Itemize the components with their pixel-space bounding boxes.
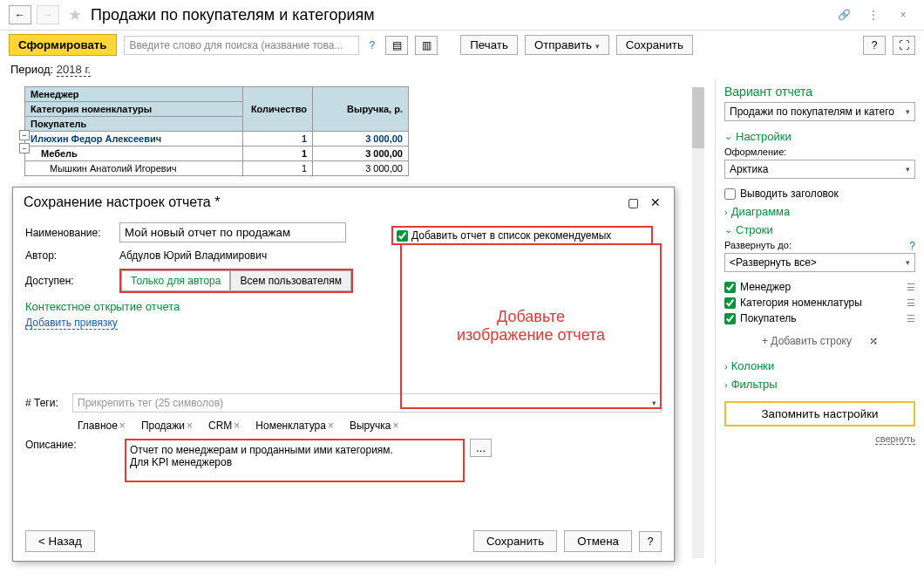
rows-help-icon[interactable]: ? — [909, 240, 915, 253]
shuffle-icon[interactable]: ⤮ — [869, 335, 878, 347]
close-icon[interactable]: × — [894, 6, 912, 24]
tag-remove-icon[interactable]: × — [187, 420, 193, 432]
tag-remove-icon[interactable]: × — [119, 420, 126, 432]
table-row: Мышкин Анатолий Игоревич13 000,00 — [25, 161, 409, 176]
recommend-label: Добавить отчет в список рекомендуемых — [411, 229, 611, 242]
collapse-panel-link[interactable]: свернуть — [875, 433, 915, 445]
report-table: МенеджерКоличествоВыручка, р. Категория … — [24, 86, 409, 176]
table-row: Мебель13 000,00 — [25, 147, 409, 161]
generate-button[interactable]: Сформировать — [9, 34, 117, 56]
row-check-buyer: Покупатель☰ — [724, 312, 915, 324]
recommend-checkbox-row: Добавить отчет в список рекомендуемых — [391, 226, 653, 245]
name-label: Наименование: — [25, 227, 119, 239]
sort-asc-button[interactable]: ▤ — [385, 36, 408, 55]
period-row: Период: 2018 г. — [0, 59, 924, 79]
expand-select[interactable]: <Развернуть все>▾ — [724, 253, 915, 272]
access-label: Доступен: — [25, 275, 119, 287]
name-input[interactable] — [119, 222, 346, 242]
access-toggle-group: Только для автора Всем пользователям — [119, 269, 353, 293]
add-row-link[interactable]: + Добавить строку — [762, 335, 852, 347]
back-button[interactable]: < Назад — [25, 530, 95, 552]
link-icon[interactable]: 🔗 — [835, 6, 853, 24]
rows-section[interactable]: Строки — [724, 223, 915, 236]
row-settings-icon[interactable]: ☰ — [907, 297, 915, 309]
image-placeholder[interactable]: Добавьте изображение отчета — [400, 243, 662, 409]
remember-settings-button[interactable]: Запомнить настройки — [724, 401, 915, 426]
toolbar-help-button[interactable]: ? — [863, 36, 886, 55]
col-qty-header: Количество — [243, 87, 313, 132]
favorite-star-icon[interactable]: ★ — [68, 5, 82, 24]
expand-label: Развернуть до: — [724, 240, 792, 250]
more-icon[interactable]: ⋮ — [865, 6, 882, 24]
col-revenue-header: Выручка, р. — [313, 87, 409, 132]
header-bar: ← → ★ Продажи по покупателям и категория… — [0, 0, 924, 31]
author-label: Автор: — [25, 249, 119, 262]
variant-select[interactable]: Продажи по покупателям и катего▾ — [724, 102, 915, 121]
help-icon[interactable]: ? — [370, 39, 376, 51]
tag-item[interactable]: Номенклатура× — [255, 420, 334, 432]
tag-item[interactable]: Продажи× — [141, 420, 193, 432]
design-select[interactable]: Арктика▾ — [724, 160, 915, 179]
dialog-cancel-button[interactable]: Отмена — [564, 530, 632, 552]
recommend-checkbox[interactable] — [397, 230, 408, 242]
row-settings-icon[interactable]: ☰ — [907, 282, 915, 293]
settings-section[interactable]: Настройки — [724, 130, 915, 143]
nav-forward-button[interactable]: → — [37, 5, 59, 24]
design-label: Оформление: — [724, 147, 915, 157]
tree-toggle-2[interactable]: − — [19, 143, 30, 153]
save-settings-dialog: Сохранение настроек отчета * ▢ ✕ Наимено… — [12, 187, 675, 562]
table-row: Илюхин Федор Алексеевич13 000,00 — [25, 132, 409, 147]
dialog-title: Сохранение настроек отчета * — [24, 194, 618, 210]
right-panel: Вариант отчета Продажи по покупателям и … — [715, 79, 924, 565]
description-textarea[interactable] — [125, 439, 465, 482]
tag-item[interactable]: Главное× — [78, 420, 126, 432]
tag-item[interactable]: CRM× — [208, 420, 240, 432]
col-buyer-header: Покупатель — [25, 117, 243, 132]
tree-toggle-1[interactable]: − — [19, 130, 30, 140]
toolbar: Сформировать Введите слово для поиска (н… — [0, 31, 924, 59]
page-title: Продажи по покупателям и категориям — [91, 6, 826, 24]
dialog-maximize-icon[interactable]: ▢ — [625, 194, 641, 210]
save-button[interactable]: Сохранить — [616, 35, 693, 55]
access-author-only-button[interactable]: Только для автора — [121, 270, 230, 291]
dialog-close-icon[interactable]: ✕ — [648, 194, 663, 210]
period-value-link[interactable]: 2018 г. — [57, 63, 91, 77]
desc-more-button[interactable]: ... — [470, 439, 492, 457]
row-check-manager: Менеджер☰ — [724, 281, 915, 293]
diagram-section[interactable]: Диаграмма — [724, 205, 915, 218]
author-value: Абдулов Юрий Владимирович — [119, 249, 267, 262]
tag-remove-icon[interactable]: × — [328, 420, 334, 432]
row-settings-icon[interactable]: ☰ — [907, 313, 915, 324]
period-label: Период: — [10, 63, 53, 76]
tag-remove-icon[interactable]: × — [234, 420, 240, 432]
col-manager-header: Менеджер — [25, 87, 243, 102]
variant-heading: Вариант отчета — [724, 85, 915, 99]
col-category-header: Категория номенклатуры — [25, 102, 243, 117]
row-check-category: Категория номенклатуры☰ — [724, 297, 915, 309]
dialog-save-button[interactable]: Сохранить — [473, 530, 557, 552]
show-title-check[interactable]: Выводить заголовок — [724, 188, 915, 200]
search-input[interactable]: Введите слово для поиска (название това.… — [124, 36, 359, 55]
desc-label: Описание: — [25, 439, 119, 451]
tag-item[interactable]: Выручка× — [350, 420, 399, 432]
fullscreen-button[interactable]: ⛶ — [893, 36, 915, 55]
columns-section[interactable]: Колонки — [724, 359, 915, 372]
print-button[interactable]: Печать — [460, 35, 518, 55]
add-binding-link[interactable]: Добавить привязку — [25, 317, 118, 330]
scrollbar[interactable] — [692, 87, 704, 558]
send-button[interactable]: Отправить ▾ — [525, 35, 609, 55]
tag-remove-icon[interactable]: × — [393, 420, 399, 432]
filters-section[interactable]: Фильтры — [724, 378, 915, 391]
tags-label: # Теги: — [25, 397, 72, 409]
tag-list: Главное× Продажи× CRM× Номенклатура× Выр… — [25, 413, 662, 439]
nav-back-button[interactable]: ← — [9, 5, 31, 24]
dialog-help-button[interactable]: ? — [639, 531, 662, 552]
sort-desc-button[interactable]: ▥ — [415, 36, 438, 55]
access-all-users-button[interactable]: Всем пользователям — [230, 270, 351, 291]
